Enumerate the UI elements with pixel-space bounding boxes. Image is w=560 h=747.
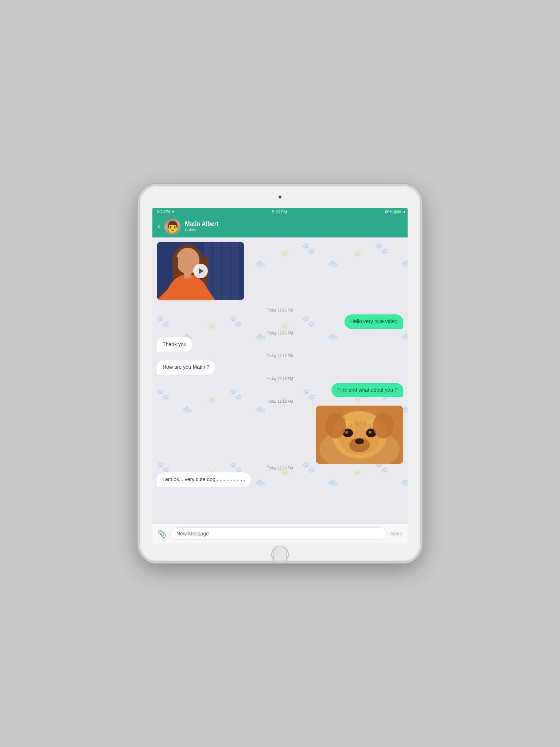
attach-button[interactable]: 📎 — [158, 529, 167, 538]
status-left: NO SIM ▾ — [157, 209, 174, 214]
ipad-screen: NO SIM ▾ 5:35 PM 86% ‹ Matin Albert onli… — [152, 208, 408, 543]
dog-image-bubble[interactable] — [316, 406, 403, 464]
status-bar: NO SIM ▾ 5:35 PM 86% — [152, 208, 408, 216]
message-text-3: How are you Matin ? — [163, 364, 209, 370]
battery-percent: 86% — [385, 210, 393, 214]
svg-point-17 — [355, 438, 364, 444]
timestamp-6: Today 12:16 PM — [157, 466, 403, 470]
message-text-5: i am ok....very cute dog................… — [163, 476, 245, 482]
back-button[interactable]: ‹ — [158, 222, 160, 231]
contact-info: Matin Albert online — [185, 221, 218, 232]
avatar — [164, 218, 180, 235]
svg-point-22 — [326, 413, 346, 438]
dog-image-row — [157, 406, 403, 464]
battery-fill — [395, 210, 401, 213]
message-row-2: Hello very nice video — [157, 314, 403, 329]
message-text-1: Hello very nice video — [350, 318, 397, 324]
clock: 5:35 PM — [272, 210, 287, 214]
bubble-left-2: How are you Matin ? — [157, 360, 215, 375]
svg-point-19 — [345, 431, 348, 434]
ipad-device: NO SIM ▾ 5:35 PM 86% ‹ Matin Albert onli… — [138, 184, 422, 563]
camera-dot — [279, 196, 281, 198]
dog-svg — [316, 406, 403, 464]
ipad-bottom — [140, 543, 420, 563]
chat-header: ‹ Matin Albert online — [152, 216, 408, 237]
status-right: 86% — [385, 210, 403, 214]
timestamp-3: Today 12:16 PM — [157, 354, 403, 358]
message-row-5: Fine and what about you ? — [157, 383, 403, 398]
bubble-right-1: Hello very nice video — [345, 314, 403, 329]
message-row-3: Thank you — [157, 337, 403, 352]
svg-rect-2 — [213, 242, 221, 300]
message-text-4: Fine and what about you ? — [337, 387, 397, 393]
wifi-icon: ▾ — [172, 209, 174, 214]
timestamp-2: Today 12:16 PM — [157, 331, 403, 335]
svg-rect-9 — [184, 272, 191, 278]
chat-area[interactable]: Today 12:15 PM Hello very nice video Tod… — [152, 237, 408, 523]
timestamp-5: Today 12:16 PM — [157, 399, 403, 403]
contact-status: online — [185, 227, 218, 232]
message-row-4: How are you Matin ? — [157, 360, 403, 375]
battery-icon — [394, 210, 403, 214]
svg-point-21 — [369, 431, 372, 434]
timestamp-1: Today 12:15 PM — [157, 308, 403, 312]
video-message-row — [157, 242, 403, 306]
bubble-left-1: Thank you — [157, 337, 192, 352]
dog-image — [316, 406, 403, 464]
svg-point-23 — [373, 413, 393, 438]
video-thumbnail[interactable] — [157, 242, 244, 300]
timestamp-4: Today 12:16 PM — [157, 377, 403, 381]
ipad-top-bar — [140, 186, 420, 208]
avatar-face — [164, 218, 180, 235]
send-button[interactable]: Send — [390, 531, 402, 537]
svg-rect-4 — [232, 242, 239, 300]
contact-name: Matin Albert — [185, 221, 218, 227]
svg-rect-3 — [222, 242, 230, 300]
bubble-right-2: Fine and what about you ? — [331, 383, 403, 398]
play-icon — [199, 268, 204, 274]
message-input[interactable] — [170, 527, 387, 540]
home-button-inner — [273, 548, 287, 561]
bubble-left-3: i am ok....very cute dog................… — [157, 472, 251, 487]
message-row-6: i am ok....very cute dog................… — [157, 472, 403, 487]
play-button[interactable] — [193, 264, 208, 278]
message-text-2: Thank you — [163, 341, 186, 347]
home-button[interactable] — [271, 546, 289, 563]
input-bar: 📎 Send — [152, 523, 408, 543]
no-sim-label: NO SIM — [157, 210, 170, 214]
